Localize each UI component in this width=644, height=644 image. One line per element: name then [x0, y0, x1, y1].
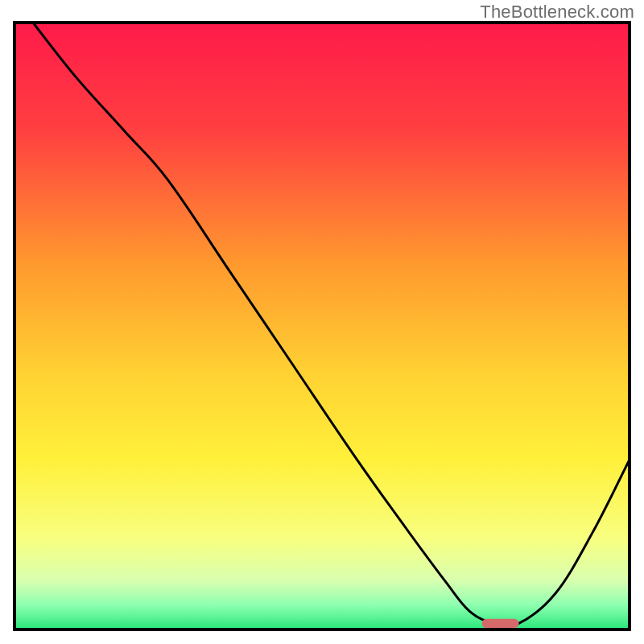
chart-container: TheBottleneck.com — [0, 0, 644, 644]
chart-gradient-background — [14, 23, 630, 630]
watermark-text: TheBottleneck.com — [480, 2, 634, 23]
gradient-line-chart — [0, 0, 644, 644]
chart-marker — [482, 619, 519, 628]
